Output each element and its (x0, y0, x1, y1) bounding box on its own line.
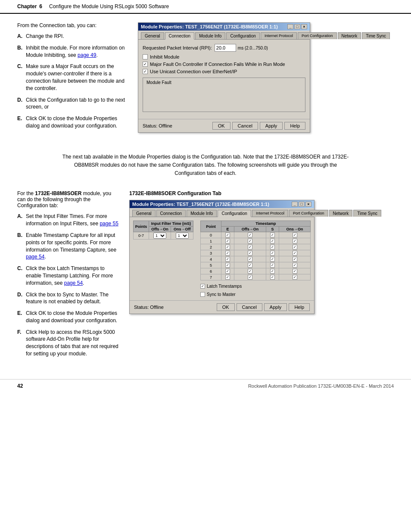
ts-s-checkbox[interactable] (270, 269, 275, 274)
ts-offs-checkbox[interactable] (248, 239, 252, 243)
ts-e-checkbox[interactable] (225, 263, 230, 268)
ts-e-checkbox[interactable] (225, 269, 230, 274)
module-fault-title: Module Fault (146, 80, 171, 85)
dialog1-tabs: General Connection Module Info Configura… (138, 31, 310, 39)
tab-network[interactable]: Network (338, 32, 361, 39)
ts-e-checkbox[interactable] (225, 239, 230, 243)
ts-ons-checkbox[interactable] (293, 245, 297, 249)
list-item: B. Enable Timestamp Capture for all inpu… (17, 232, 121, 261)
dialog2-cancel-button[interactable]: Cancel (237, 303, 262, 311)
sync-checkbox[interactable] (200, 292, 205, 297)
ts-e-checkbox[interactable] (225, 245, 230, 249)
tab-general[interactable]: General (141, 32, 164, 39)
ts-ons-checkbox[interactable] (293, 239, 297, 243)
d2-tab-moduleinfo[interactable]: Module Info (187, 210, 217, 217)
ts-row: 0 (201, 232, 311, 238)
ts-offs-checkbox[interactable] (248, 263, 252, 268)
dialog1-help-button[interactable]: Help (284, 122, 305, 130)
dialog2-apply-button[interactable]: Apply (264, 303, 287, 311)
footer-publication: Rockwell Automation Publication 1732E-UM… (248, 383, 394, 389)
rpi-input[interactable] (215, 44, 236, 52)
inhibit-label: Inhibit Module (150, 54, 180, 59)
d2-tab-configuration[interactable]: Configuration (218, 210, 251, 217)
list-content-a: Change the RPI. (26, 33, 129, 40)
list-item: D. Click the box to Sync to Master. The … (17, 291, 121, 306)
dialog1-apply-button[interactable]: Apply (260, 122, 283, 130)
ts-s-checkbox[interactable] (270, 257, 275, 261)
ts-e-checkbox[interactable] (225, 251, 230, 255)
minimize-icon2[interactable]: _ (292, 202, 298, 207)
d2-tab-internet[interactable]: Internet Protocol (252, 210, 288, 217)
ts-ons-checkbox[interactable] (293, 233, 297, 237)
page54b-link[interactable]: page 54 (64, 280, 83, 286)
page55-link[interactable]: page 55 (100, 221, 118, 227)
ts-col-timestamp: Timestamp (221, 221, 310, 227)
major-fault-checkbox-row: Major Fault On Controller If Connection … (143, 62, 305, 67)
config-tab-heading: 1732E-IB8M8SOER Configuration Tab (129, 190, 394, 196)
ts-offs-checkbox[interactable] (248, 245, 252, 249)
maximize-icon[interactable]: □ (294, 24, 300, 29)
bottom-section: For the 1732E-IB8M8SOER module, you can … (17, 190, 394, 362)
ts-point: 7 (201, 274, 221, 280)
ts-e-checkbox[interactable] (225, 257, 230, 261)
close-icon2[interactable]: × (305, 202, 311, 207)
filter-table: Points Input Filter Time (mS) Offs→On On… (133, 221, 193, 240)
col-input-filter: Input Filter Time (mS) (149, 221, 193, 227)
ts-offs-on-cell (234, 274, 266, 280)
dialog1-cancel-button[interactable]: Cancel (232, 122, 258, 130)
dialog1-ok-button[interactable]: OK (212, 122, 230, 130)
d2-tab-portconfig[interactable]: Port Configuration (289, 210, 328, 217)
ts-ons-checkbox[interactable] (293, 275, 297, 280)
ts-ons-checkbox[interactable] (293, 257, 297, 261)
ts-s-checkbox[interactable] (270, 233, 275, 237)
tab-connection[interactable]: Connection (165, 32, 195, 40)
ts-e-checkbox[interactable] (225, 275, 230, 280)
ts-offs-checkbox[interactable] (248, 251, 252, 255)
tab-internetprotocol[interactable]: Internet Protocol (261, 32, 297, 39)
ts-offs-checkbox[interactable] (248, 275, 252, 280)
inhibit-checkbox[interactable] (143, 54, 148, 59)
ts-ons-checkbox[interactable] (293, 251, 297, 255)
d2-tab-general[interactable]: General (132, 210, 156, 217)
dialog2-ok-button[interactable]: OK (217, 303, 235, 311)
tab-portconfig[interactable]: Port Configuration (298, 32, 337, 39)
page49-link[interactable]: page 49 (78, 52, 96, 58)
ts-offs-checkbox[interactable] (248, 233, 252, 237)
dialog2-help-button[interactable]: Help (289, 303, 310, 311)
page54-link[interactable]: page 54 (26, 254, 44, 260)
ts-s-checkbox[interactable] (270, 245, 275, 249)
ts-s-checkbox[interactable] (270, 251, 275, 255)
ts-e (221, 244, 234, 250)
unicast-checkbox[interactable] (143, 69, 148, 74)
maximize-icon2[interactable]: □ (299, 202, 305, 207)
offs-on-select[interactable]: 1 (153, 233, 166, 239)
ts-ons-checkbox[interactable] (293, 263, 297, 268)
d2-tab-timesync[interactable]: Time Sync (353, 210, 381, 217)
ts-e-checkbox[interactable] (225, 233, 230, 237)
minimize-icon[interactable]: _ (287, 24, 293, 29)
tab-timesync[interactable]: Time Sync (362, 32, 390, 39)
d2-tab-network[interactable]: Network (329, 210, 353, 217)
ts-s-checkbox[interactable] (270, 263, 275, 268)
ts-e (221, 268, 234, 274)
d2-tab-connection[interactable]: Connection (156, 210, 186, 217)
latch-checkbox[interactable] (200, 284, 205, 289)
ts-s-checkbox[interactable] (270, 275, 275, 280)
tab-moduleinfo[interactable]: Module Info (195, 32, 225, 39)
close-icon[interactable]: × (301, 24, 307, 29)
dialog2-status: Status: Offline (134, 305, 164, 310)
ts-offs-checkbox[interactable] (248, 269, 252, 274)
rpi-unit: ms (2.0...750.0) (238, 46, 268, 50)
ts-col-ons-on: Ons→On (279, 227, 311, 232)
ts-offs-checkbox[interactable] (248, 257, 252, 261)
ts-point: 6 (201, 268, 221, 274)
ons-off-select[interactable]: 1 (176, 233, 189, 239)
tab-configuration[interactable]: Configuration (226, 32, 259, 39)
ts-ons-checkbox[interactable] (293, 269, 297, 274)
center-para: The next tab available in the Module Pro… (34, 153, 377, 178)
dialog2-title-buttons: _ □ × (292, 202, 311, 207)
ts-e (221, 238, 234, 244)
ts-point: 1 (201, 238, 221, 244)
major-fault-checkbox[interactable] (143, 62, 148, 67)
ts-s-checkbox[interactable] (270, 239, 275, 243)
